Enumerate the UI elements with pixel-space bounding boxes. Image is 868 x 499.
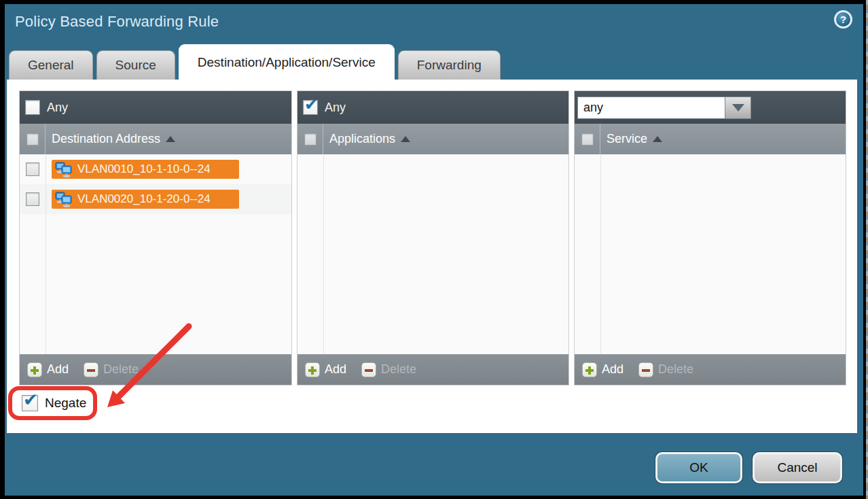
applications-selectall-checkbox[interactable]: [304, 133, 317, 145]
negate-checkbox[interactable]: [22, 395, 38, 411]
delete-icon: [84, 362, 98, 377]
delete-icon: [638, 362, 653, 377]
destination-toolbar: Add Delete: [20, 354, 291, 385]
help-icon[interactable]: ?: [834, 10, 852, 29]
service-mode-bar: any: [575, 91, 846, 124]
network-address-icon: [55, 161, 73, 177]
tab-strip: General Source Destination/Application/S…: [9, 44, 501, 80]
negate-label: Negate: [45, 396, 86, 411]
add-icon: [27, 362, 42, 377]
service-selectall-checkbox[interactable]: [581, 133, 594, 145]
tab-content: Any Destination Address: [7, 80, 857, 433]
applications-any-label: Any: [325, 101, 346, 115]
address-object-chip[interactable]: VLAN0010_10-1-10-0--24: [52, 160, 239, 179]
destination-column-label: Destination Address: [52, 132, 160, 146]
network-address-icon: [55, 191, 73, 207]
service-toolbar: Add Delete: [575, 354, 846, 385]
applications-column-label: Applications: [329, 132, 395, 146]
tab-destination-application-service[interactable]: Destination/Application/Service: [179, 44, 395, 80]
chevron-down-icon: [732, 104, 744, 111]
applications-panel: Any Applications Add Delete: [297, 90, 569, 385]
pbf-rule-dialog: Policy Based Forwarding Rule ? General S…: [5, 4, 863, 496]
table-row[interactable]: VLAN0010_10-1-10-0--24: [20, 154, 291, 184]
delete-icon: [361, 362, 376, 377]
destination-any-bar: Any: [20, 91, 291, 124]
address-object-chip[interactable]: VLAN0020_10-1-20-0--24: [52, 190, 239, 209]
service-dropdown[interactable]: any: [577, 97, 751, 119]
service-panel: any Service Add: [574, 90, 846, 385]
service-column-header[interactable]: Service: [575, 124, 846, 154]
cancel-button[interactable]: Cancel: [753, 452, 842, 483]
sort-asc-icon: [166, 136, 175, 142]
service-delete-button[interactable]: Delete: [638, 362, 693, 377]
applications-any-bar: Any: [297, 91, 568, 124]
service-dropdown-button[interactable]: [725, 97, 751, 119]
row-checkbox[interactable]: [26, 162, 39, 176]
destination-selectall-checkbox[interactable]: [26, 133, 39, 145]
applications-list: [297, 154, 568, 354]
table-row[interactable]: VLAN0020_10-1-20-0--24: [20, 184, 291, 214]
ok-button[interactable]: OK: [655, 452, 742, 483]
service-column-label: Service: [607, 132, 647, 146]
sort-asc-icon: [401, 136, 410, 142]
service-dropdown-value[interactable]: any: [577, 97, 725, 119]
destination-address-panel: Any Destination Address: [19, 90, 292, 385]
destination-any-checkbox[interactable]: [25, 100, 40, 115]
tab-general[interactable]: General: [9, 50, 93, 80]
destination-list: VLAN0010_10-1-10-0--24: [20, 154, 291, 354]
address-object-name: VLAN0020_10-1-20-0--24: [77, 192, 211, 206]
destination-delete-button[interactable]: Delete: [84, 362, 139, 377]
screenshot-frame: Policy Based Forwarding Rule ? General S…: [0, 0, 868, 499]
applications-any-checkbox[interactable]: [303, 100, 318, 115]
applications-column-header[interactable]: Applications: [297, 124, 568, 154]
add-icon: [305, 362, 320, 377]
address-object-name: VLAN0010_10-1-10-0--24: [77, 162, 211, 176]
tab-source[interactable]: Source: [96, 50, 175, 80]
destination-column-header[interactable]: Destination Address: [20, 124, 291, 154]
dialog-title: Policy Based Forwarding Rule: [15, 13, 219, 31]
add-icon: [582, 362, 597, 377]
service-add-button[interactable]: Add: [582, 362, 623, 377]
negate-annotation-box: Negate: [8, 386, 97, 420]
sort-asc-icon: [653, 136, 662, 142]
applications-toolbar: Add Delete: [297, 354, 568, 385]
applications-add-button[interactable]: Add: [305, 362, 346, 377]
row-checkbox[interactable]: [26, 192, 39, 206]
tab-forwarding[interactable]: Forwarding: [398, 50, 501, 80]
destination-any-label: Any: [47, 101, 68, 115]
destination-add-button[interactable]: Add: [27, 362, 69, 377]
applications-delete-button[interactable]: Delete: [361, 362, 416, 377]
service-list: [575, 154, 846, 354]
